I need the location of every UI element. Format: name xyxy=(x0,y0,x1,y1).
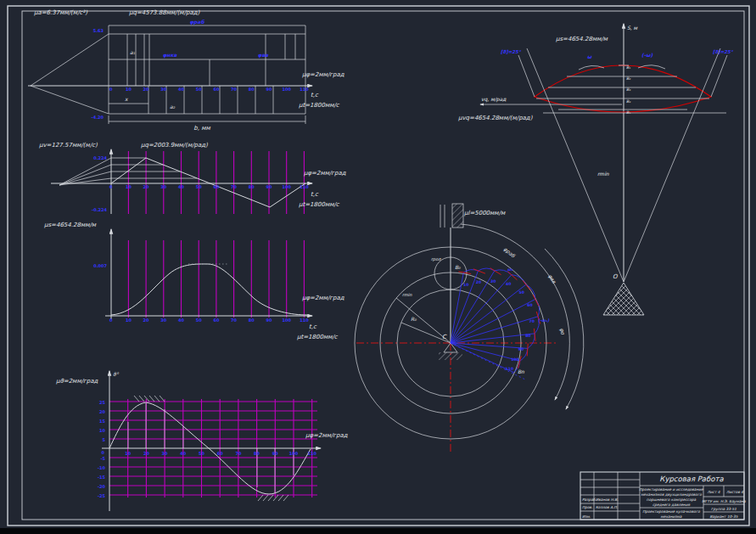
pressure-angle-limit-right: [ϑ]=25° xyxy=(713,49,734,54)
rmin-label: rmin xyxy=(597,171,609,177)
axis-tick-label: 110 xyxy=(307,451,316,456)
description-line: Проектирование и исследование xyxy=(639,487,703,492)
origin-label: 0 xyxy=(102,450,105,455)
axis-tick-label: -15 xyxy=(98,475,106,480)
cam-angle-number: 60 xyxy=(527,303,532,307)
limit-hatch xyxy=(154,396,160,402)
axis-tick-label: 15 xyxy=(99,419,105,424)
roller-radius-label: rрол xyxy=(431,256,441,262)
axis-tick-label: 0 xyxy=(109,318,113,323)
b0-point-label: B₀ xyxy=(455,264,461,270)
limit-hatch xyxy=(134,396,139,402)
axis-tick-label: 110 xyxy=(300,184,309,189)
axis-tick-label: 5 xyxy=(103,437,106,442)
axis-tick-label: 10 xyxy=(126,184,132,189)
axis-tick-label: 20 xyxy=(143,87,149,92)
axis-tick-label: 40 xyxy=(178,318,184,323)
velocity-vector xyxy=(490,268,501,275)
axis-tick-label: 60 xyxy=(213,87,219,92)
axis-tick-label: 10 xyxy=(125,451,131,456)
graph-acceleration: μa=6.37мм/(м/с²) μq=4573.88мм/(м/рад) xyxy=(28,9,344,132)
axis-tick-label: 90 xyxy=(266,87,272,92)
bn-point-label: Bn xyxy=(518,368,524,374)
phi-down-arc-label: φо xyxy=(558,328,566,335)
max-ordinate: 5.63 xyxy=(93,28,104,33)
axis-tick-label: 0 xyxy=(109,184,113,189)
pressure-angle-limit-left: [ϑ]=25° xyxy=(501,49,522,54)
scale-s-label: μs=4654.28мм/м xyxy=(44,222,97,228)
limit-hatch xyxy=(139,396,144,402)
axis-tick-label: 50 xyxy=(196,184,202,189)
graph-velocity: μv=127.57мм/(м/с) μq=2003.9мм/(м/рад) 0.… xyxy=(39,142,346,214)
b-axis-label: b, мм xyxy=(193,125,210,132)
drawing-canvas: μa=6.37мм/(м/с²) μq=4573.88мм/(м/рад) xyxy=(0,0,756,534)
description-line: поршневого компрессора xyxy=(647,497,697,502)
limit-hatch xyxy=(258,495,263,501)
cam-diagram: μl=5000мм/м R₀ rmin rрол B₀ C 1020304050… xyxy=(355,204,584,452)
t-axis-label: t,c xyxy=(311,191,319,198)
cam-angle-number: 30 xyxy=(490,279,496,284)
axis-tick-label: 0 xyxy=(109,87,113,92)
axis-tick-label: 60 xyxy=(213,318,219,323)
v-axis-label: vq, м/рад xyxy=(481,96,507,103)
fan-spoke xyxy=(451,334,535,343)
cam-angle-number: 100 xyxy=(511,357,519,362)
s-axis-point-label: B₁ xyxy=(626,65,630,70)
axis-tick-label: 80 xyxy=(254,451,260,456)
cam-angle-number: 80 xyxy=(525,334,530,338)
omega-neg-label: (-ω) xyxy=(641,52,652,58)
cam-angle-number: 90 xyxy=(518,347,524,351)
sheet-count: Листов 4 xyxy=(726,490,743,494)
s-axis-point-label: B₅ xyxy=(626,110,630,115)
limit-hatch xyxy=(144,396,149,402)
project-name-line: механизма xyxy=(661,514,682,519)
a2-label: a₂ xyxy=(170,104,176,110)
axis-tick-label: 40 xyxy=(178,184,184,189)
axis-tick-label: 80 xyxy=(249,318,255,323)
axis-tick-label: 50 xyxy=(196,87,202,92)
velocity-vector xyxy=(527,343,528,356)
axis-tick-label: 100 xyxy=(282,87,291,92)
author-name: Иванов Н.В. xyxy=(596,497,619,502)
axis-tick-label: 110 xyxy=(300,318,309,323)
project-name-line: Проектирование кулачкового xyxy=(642,509,700,514)
phi-left-label: φнкв xyxy=(163,52,178,59)
axis-tick-label: -25 xyxy=(98,493,106,498)
scale-q2-label: μq=2003.9мм/(м/рад) xyxy=(141,142,208,149)
axis-tick-label: 100 xyxy=(282,184,291,189)
theta-axis-label: ϑ° xyxy=(113,371,120,377)
cam-angle-number: 40 xyxy=(506,282,511,286)
axis-tick-label: 30 xyxy=(160,318,166,323)
fan-spoke xyxy=(451,275,512,343)
omega-neg-label: (-ω₁) xyxy=(538,318,550,323)
s-axis-point-label: B₃ xyxy=(626,87,630,92)
axis-tick-label: 10 xyxy=(126,318,132,323)
scale-q-label: μq=4573.88мм/(м/рад) xyxy=(129,9,200,16)
mu-phi-label: μφ=2мм/град xyxy=(302,295,344,301)
limit-hatch xyxy=(160,396,165,402)
a1-label: a₁ xyxy=(130,49,136,55)
axis-tick-label: 30 xyxy=(160,184,166,189)
min-ordinate: -4.20 xyxy=(92,115,104,120)
axis-tick-label: 60 xyxy=(213,184,219,189)
limit-hatch xyxy=(283,495,288,501)
izm-cell: Изм. xyxy=(582,514,591,519)
mu-phi-label: μφ=2мм/град xyxy=(304,170,346,177)
r0-label: R₀ xyxy=(411,316,417,322)
graph-pressure-angle: μϑ=2мм/град ϑ° 0 μφ=2мм/град 10203040506… xyxy=(56,371,348,511)
axis-tick-label: 100 xyxy=(289,451,299,456)
cam-angle-number: 110 xyxy=(506,367,514,371)
s-max-value: 0.007 xyxy=(93,263,107,268)
v-max-value: 0.224 xyxy=(93,155,107,160)
title-block: Курсовая Работа Проектирование и исследо… xyxy=(580,472,746,520)
mu-t-label: μt=1800мм/с xyxy=(297,334,339,340)
variant: Вариант 10-35 xyxy=(710,514,738,519)
cam-angle-number: 20 xyxy=(476,280,481,284)
description-line: механизмов двухцилиндрового xyxy=(641,492,702,497)
s-axis-point-label: B₂ xyxy=(626,76,630,81)
t-axis-label: t,c xyxy=(309,323,317,330)
scale-l-label: μl=5000мм/м xyxy=(464,210,506,216)
limit-hatch xyxy=(273,495,278,501)
axis-tick-label: 90 xyxy=(272,451,278,456)
phi-work-label: φраб xyxy=(189,19,204,25)
